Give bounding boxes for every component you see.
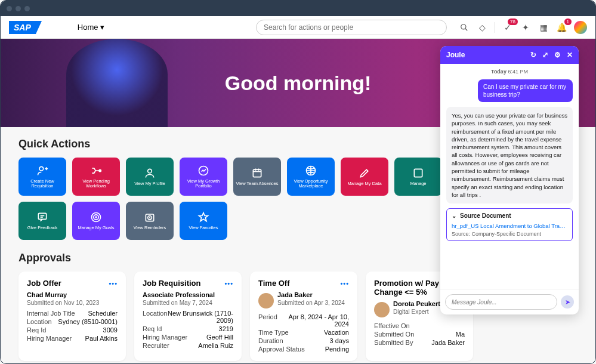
target-icon	[90, 211, 102, 223]
calendar-icon	[251, 167, 263, 179]
quick-action-tile[interactable]: Manage My Goals	[72, 202, 120, 240]
chat-send-button[interactable]: ➤	[561, 295, 574, 309]
gear-icon[interactable]: ⚙	[554, 51, 561, 59]
svg-rect-18	[38, 213, 46, 219]
close-icon[interactable]: ✕	[567, 51, 573, 59]
search-icon[interactable]	[459, 22, 470, 33]
reminder-icon	[144, 211, 156, 223]
card-title: Job Offer	[27, 279, 61, 288]
search-input[interactable]	[256, 20, 447, 35]
tile-label: Manage My Data	[347, 181, 381, 186]
chat-title: Joule	[446, 51, 465, 59]
quick-action-tile[interactable]: View Reminders	[126, 202, 174, 240]
badge-count: 78	[508, 18, 518, 25]
card-menu-icon[interactable]: •••	[109, 280, 118, 287]
card-row: Internal Job TitleScheduler	[27, 310, 118, 317]
svg-point-2	[39, 166, 44, 171]
card-row: Approval StatusPending	[258, 346, 349, 353]
avatar	[374, 302, 390, 317]
tile-label: Manage My Goals	[78, 226, 115, 230]
quick-action-tile[interactable]: Give Feedback	[18, 202, 66, 240]
tile-label: View My Growth Portfolio	[181, 179, 226, 189]
tile-label: View My Profile	[134, 181, 165, 186]
source-document-subtitle: Source: Company-Specific Document	[452, 231, 567, 237]
tile-label: View Favorites	[189, 226, 218, 230]
avatar	[258, 293, 274, 309]
chat-icon[interactable]: ✦	[520, 22, 531, 33]
growth-icon	[197, 165, 209, 177]
card-row: PeriodApr 8, 2024 - Apr 10, 2024	[258, 313, 349, 328]
svg-point-5	[99, 169, 101, 171]
chat-bot-message: Yes, you can use your private car for bu…	[446, 107, 573, 203]
profile-icon	[144, 167, 156, 179]
svg-point-23	[95, 217, 97, 218]
card-who: Chad Murray	[27, 291, 118, 298]
source-document-label: Source Document	[460, 212, 511, 219]
quick-action-tile[interactable]: Manage	[394, 158, 442, 196]
sap-logo: SAP	[9, 21, 36, 34]
card-submitted: Submitted on May 7, 2024	[143, 300, 233, 306]
card-menu-icon[interactable]: •••	[224, 280, 233, 287]
diamond-icon[interactable]: ◇	[477, 22, 487, 33]
svg-rect-13	[414, 169, 422, 177]
card-title: Time Off	[258, 279, 290, 288]
hero-greeting: Good morning!	[225, 72, 372, 95]
quick-action-tile[interactable]: View My Profile	[126, 158, 174, 196]
person-plus-icon	[36, 165, 48, 177]
source-document-panel: ⌄ Source Document hr_pdf_US Local Amendm…	[446, 208, 573, 241]
home-label: Home	[78, 23, 98, 32]
workflow-icon	[90, 165, 102, 177]
window-dot	[24, 6, 30, 11]
marketplace-icon	[305, 165, 317, 177]
edit-icon	[359, 167, 370, 179]
svg-line-1	[465, 28, 468, 30]
approval-card[interactable]: Job Offer•••Chad MurraySubmitted on Nov …	[18, 272, 126, 361]
home-dropdown[interactable]: Home ▾	[78, 23, 105, 32]
approval-card[interactable]: Job Requisition•••Associate Professional…	[134, 272, 242, 361]
quick-action-tile[interactable]: Manage My Data	[341, 158, 388, 196]
tile-label: View Reminders	[134, 226, 166, 230]
expand-icon[interactable]: ⤢	[542, 51, 548, 59]
quick-action-tile[interactable]: View Favorites	[180, 202, 227, 240]
quick-action-tile[interactable]: Create New Requisition	[18, 158, 66, 196]
manage-icon	[412, 167, 424, 179]
chevron-down-icon: ⌄	[452, 212, 456, 219]
svg-point-0	[461, 24, 466, 29]
feedback-icon	[36, 211, 48, 223]
chat-input[interactable]	[445, 294, 557, 310]
hero-image	[66, 39, 168, 127]
browser-titlebar	[1, 1, 595, 16]
card-row: LocationNew Brunswick (1710-2009)	[143, 310, 233, 324]
svg-rect-8	[253, 169, 261, 177]
apps-icon[interactable]: ▦	[538, 22, 549, 33]
card-submitted: Submitted on Nov 10, 2023	[27, 300, 118, 306]
joule-chat-panel: Joule ↻ ⤢ ⚙ ✕ Today 6:41 PM Can I use my…	[440, 46, 579, 314]
card-row: Time TypeVacation	[258, 329, 349, 336]
card-row: RecruiterAmelia Ruiz	[143, 342, 233, 349]
source-document-toggle[interactable]: ⌄ Source Document	[452, 212, 567, 219]
tile-label: Create New Requisition	[20, 179, 65, 189]
quick-action-tile[interactable]: View My Growth Portfolio	[180, 158, 227, 196]
quick-action-tile[interactable]: View Pending Workflows	[72, 158, 120, 196]
tile-label: Give Feedback	[27, 226, 57, 230]
card-row: Hiring ManagerPaul Atkins	[27, 335, 118, 342]
quick-action-tile[interactable]: View Opportunity Marketplace	[287, 158, 335, 196]
star-icon	[197, 211, 209, 223]
approvals-badge-icon[interactable]: ✓78	[502, 22, 513, 33]
card-row: Submitted OnMa	[374, 331, 465, 338]
card-menu-icon[interactable]: •••	[340, 280, 349, 287]
refresh-icon[interactable]: ↻	[530, 51, 536, 59]
approval-card[interactable]: Time Off•••Jada BakerSubmitted on Apr 3,…	[250, 272, 357, 361]
card-row: Req Id3009	[27, 326, 118, 334]
chat-body: Today 6:41 PM Can I use my private car f…	[440, 64, 579, 289]
app-header: SAP Home ▾ ◇ ✓78 ✦ ▦ 🔔1	[1, 16, 595, 39]
chevron-down-icon: ▾	[100, 23, 104, 32]
source-document-link[interactable]: hr_pdf_US Local Amendment to Global Trav…	[452, 223, 567, 229]
quick-action-tile[interactable]: View Team Absences	[233, 158, 281, 196]
chat-header: Joule ↻ ⤢ ⚙ ✕	[440, 46, 579, 64]
user-avatar[interactable]	[574, 21, 587, 34]
card-row: Hiring ManagerGeoff Hill	[143, 334, 233, 341]
card-row: LocationSydney (8510-0001)	[27, 318, 118, 325]
bell-icon[interactable]: 🔔1	[556, 22, 567, 33]
app-body: Good morning! Quick Actions Create New R…	[1, 39, 595, 363]
